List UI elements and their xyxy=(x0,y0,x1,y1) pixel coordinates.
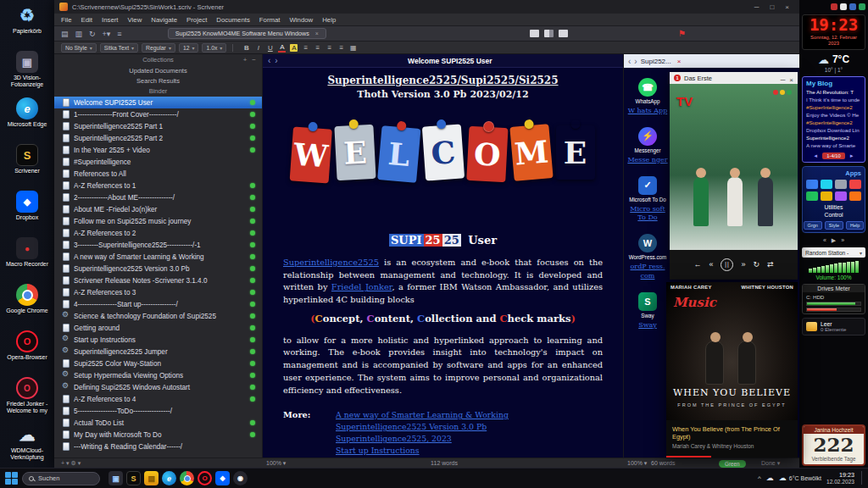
add-item-icon[interactable]: +▾ xyxy=(103,30,111,38)
radio-play-button[interactable]: ▶ xyxy=(832,237,836,244)
radio-station-select[interactable]: Random Station - xyxy=(802,247,865,258)
binder-item[interactable]: Defining Supi2525 Windows Autostart xyxy=(54,381,262,393)
binder-item[interactable]: A new way of Smarter Learning & Working xyxy=(54,251,262,263)
desktop-icon[interactable]: Google Chrome xyxy=(0,281,54,328)
progress-bar[interactable] xyxy=(666,456,711,458)
tv-back-button[interactable]: ← xyxy=(693,261,701,269)
hyperlink[interactable]: Start up Instructions xyxy=(336,446,509,455)
binder-item[interactable]: References to All xyxy=(54,168,262,180)
spacing-select[interactable]: 1.0x xyxy=(202,43,226,53)
binder-item[interactable]: Welcome SUPI2525 User xyxy=(54,97,262,108)
collections-icon[interactable]: ▥ xyxy=(75,30,83,38)
radio-prev-button[interactable]: « xyxy=(823,237,826,243)
blog-entry[interactable]: #SuperIntelligence2 xyxy=(806,104,861,112)
desktop-icon[interactable]: O Opera-Browser xyxy=(0,328,54,374)
volume-meter[interactable] xyxy=(802,261,865,273)
tv-prev-button[interactable]: « xyxy=(709,261,713,269)
pager-right-icon[interactable]: ► xyxy=(849,153,854,158)
blog-entry[interactable]: Enjoy the Videos © He xyxy=(806,112,861,119)
gadget-button[interactable]: Help xyxy=(846,221,864,230)
menu-item[interactable]: Navigate xyxy=(151,16,177,24)
start-button[interactable] xyxy=(4,472,18,485)
desktop-icon[interactable]: S Scrivener xyxy=(0,141,54,188)
binder-item[interactable]: Scrivener Release Notes -Scrivener 3.1.4… xyxy=(54,274,262,286)
app-link-tile[interactable]: ✓ Microsoft To Do Micro soft To Do xyxy=(627,176,668,224)
show-desktop-button[interactable] xyxy=(861,471,864,485)
binder-item[interactable]: A-Z References to 1 xyxy=(54,180,262,191)
close-button[interactable]: × xyxy=(785,3,789,11)
back-icon[interactable] xyxy=(628,57,631,66)
close-icon[interactable]: × xyxy=(315,30,319,36)
desktop-icon[interactable]: ● Macro Recorder xyxy=(0,235,54,281)
app-shortcut-icon[interactable] xyxy=(821,191,832,201)
obs[interactable]: ◉ xyxy=(233,471,248,485)
app-link-tile[interactable]: ⚡ Messenger Messe nger xyxy=(627,127,668,165)
bold-button[interactable]: B xyxy=(242,44,250,52)
menu-item[interactable]: Insert xyxy=(102,16,119,24)
desktop-icon[interactable]: ☁ WDMCloud-Verknüpfung xyxy=(0,421,54,468)
app-link-tile[interactable]: ☎ WhatsApp W hats App xyxy=(627,78,668,116)
radio-next-button[interactable]: » xyxy=(841,237,844,243)
file-explorer[interactable]: ▤ xyxy=(144,471,159,485)
taskbar-clock[interactable]: 19:23 12.02.2023 xyxy=(826,471,854,485)
binder-item[interactable]: Science & technology Foundation of Supi2… xyxy=(54,310,262,322)
app-shortcut-icon[interactable] xyxy=(849,191,861,201)
desktop-icon[interactable]: ▣ 3D Vision-Fotoanzeige xyxy=(0,48,54,95)
gadget-icon[interactable] xyxy=(840,3,847,10)
dropbox[interactable]: ◆ xyxy=(215,471,230,485)
binder-item[interactable]: About ME -Friedel Jo(n)ker xyxy=(54,203,262,215)
layout-single-icon[interactable] xyxy=(530,30,539,37)
document-page[interactable]: Superintelligence2525/Supi2525/Si2525 Th… xyxy=(263,68,623,458)
menu-item[interactable]: Documents xyxy=(216,16,249,24)
app-link-text[interactable]: Sway xyxy=(638,321,657,330)
forward-icon[interactable] xyxy=(634,57,637,66)
binder-item[interactable]: 1---------------Front Cover------------/ xyxy=(54,108,262,120)
tv-minimize-button[interactable]: ─ xyxy=(781,76,786,84)
gadget-icon[interactable] xyxy=(831,3,837,10)
gadget-icon[interactable] xyxy=(859,3,865,10)
opera[interactable]: O xyxy=(198,471,212,485)
blog-entry[interactable]: A new way of Smarte xyxy=(806,142,861,150)
binder-item[interactable]: ---Writing & Reading Calendar------/ xyxy=(54,441,262,452)
binder-item[interactable]: #Superintelligence xyxy=(54,156,262,168)
music-video-area[interactable]: MARIAH CAREY WHITNEY HOUSTON Music WHEN … xyxy=(666,282,798,420)
zoom-select[interactable]: 100% ▾ xyxy=(266,460,286,467)
app-shortcut-icon[interactable] xyxy=(806,180,818,189)
gadget-button[interactable]: Grgn xyxy=(804,221,822,230)
layout-split-icon[interactable] xyxy=(544,30,554,37)
size-select[interactable]: 12 xyxy=(179,43,199,53)
document-tab[interactable]: Supi2525 KnowMO4ME Software Menu Windows… xyxy=(168,28,326,39)
app-link-text[interactable]: Micro soft To Do xyxy=(627,205,668,224)
binder-item[interactable]: 2-------------About ME---------------/ xyxy=(54,191,262,203)
onedrive-icon[interactable]: ☁ xyxy=(766,474,774,482)
blog-entry[interactable]: #SuperIntelligence2 xyxy=(806,119,861,127)
italic-button[interactable]: I xyxy=(254,44,262,52)
remove-collection-icon[interactable]: − xyxy=(252,56,256,64)
binder-item[interactable]: Follow me on Supi2525 music journey xyxy=(54,215,262,227)
desktop-icon[interactable]: ◆ Dropbox xyxy=(0,188,54,235)
gadget-icon[interactable] xyxy=(849,3,856,10)
forward-icon[interactable] xyxy=(275,57,277,65)
app-link-tile[interactable]: W WordPress.com ordP ress. com xyxy=(627,234,668,281)
desktop-icon[interactable]: ♻ Papierkörb xyxy=(0,2,54,48)
binder-toggle-icon[interactable]: ▤ xyxy=(61,30,69,38)
highlight-button[interactable]: A xyxy=(290,44,298,52)
binder-item[interactable]: Setup Hypermedia Viewing Options xyxy=(54,369,262,381)
binder-item[interactable]: 4-----------------Start up--------------… xyxy=(54,298,262,310)
split-zoom-select[interactable]: 100% ▾ xyxy=(627,460,647,467)
binder-footer-tools[interactable]: + ▾ ⚙ ▾ xyxy=(61,460,81,467)
back-icon[interactable] xyxy=(268,57,270,65)
hyperlink[interactable]: Superintelligence2525, 2023 xyxy=(336,434,509,443)
app-shortcut-icon[interactable] xyxy=(806,191,818,201)
binder-item[interactable]: Superintelligence2525 Part 1 xyxy=(54,120,262,132)
tv-video-area[interactable]: TV xyxy=(670,84,798,250)
text-color-button[interactable]: A xyxy=(278,43,286,53)
binder-item[interactable]: Superintelligence2525 Version 3.0 Pb xyxy=(54,263,262,274)
tv-pause-button[interactable]: || xyxy=(721,258,733,271)
tray-expand-icon[interactable]: ^ xyxy=(758,474,761,482)
folder-gadget[interactable]: Leer 0 Elemente xyxy=(802,318,865,336)
gadget-button[interactable]: Style xyxy=(825,221,843,230)
app-shortcut-icon[interactable] xyxy=(821,180,832,189)
blog-entry[interactable]: Dropbox Download Lin xyxy=(806,127,861,135)
menu-item[interactable]: File xyxy=(61,16,72,24)
